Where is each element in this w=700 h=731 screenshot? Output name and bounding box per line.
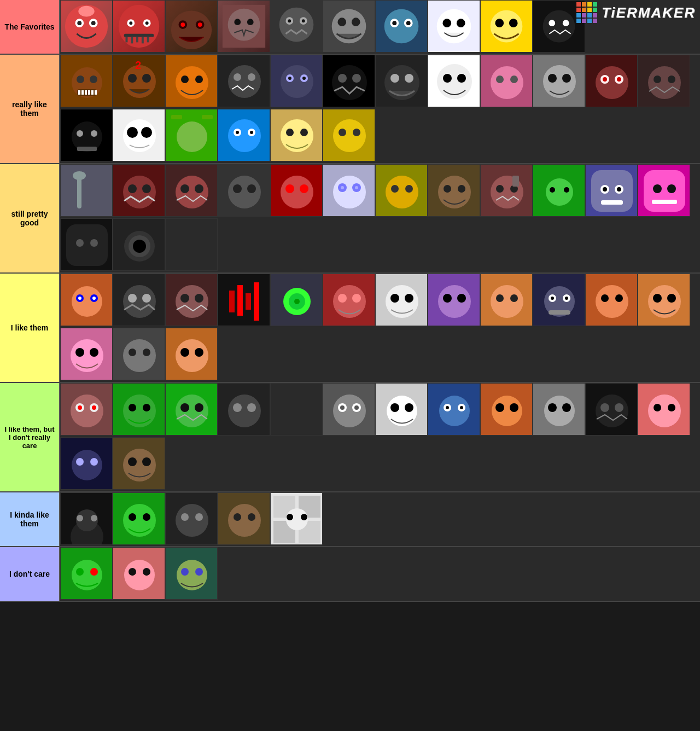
tier-item — [60, 109, 113, 161]
svg-point-121 — [127, 127, 138, 138]
tier-item — [638, 55, 690, 107]
tier-item — [270, 109, 323, 161]
svg-point-280 — [176, 394, 208, 427]
svg-point-77 — [248, 73, 255, 81]
svg-rect-64 — [95, 90, 97, 95]
tier-item — [165, 383, 218, 436]
svg-point-40 — [392, 21, 396, 25]
svg-rect-194 — [652, 200, 677, 204]
svg-point-357 — [124, 560, 155, 590]
svg-point-48 — [495, 19, 504, 27]
svg-point-284 — [228, 394, 261, 427]
svg-point-259 — [75, 348, 84, 357]
svg-point-326 — [142, 457, 151, 466]
svg-point-320 — [72, 450, 102, 480]
tier-item — [270, 0, 323, 53]
svg-point-359 — [143, 568, 150, 576]
svg-point-228 — [338, 294, 347, 303]
svg-point-180 — [546, 178, 573, 206]
svg-point-157 — [281, 176, 313, 208]
svg-point-308 — [544, 396, 575, 426]
svg-point-312 — [596, 394, 628, 427]
svg-point-93 — [437, 64, 472, 99]
tier-item — [428, 164, 480, 217]
svg-rect-221 — [254, 282, 259, 321]
svg-point-288 — [333, 394, 366, 427]
tier-item — [375, 274, 428, 326]
svg-point-109 — [617, 77, 621, 82]
tier-item — [218, 164, 270, 217]
svg-point-343 — [248, 513, 255, 521]
svg-point-306 — [510, 403, 518, 412]
svg-point-339 — [195, 513, 203, 521]
svg-point-165 — [355, 186, 358, 189]
svg-point-225 — [294, 299, 300, 304]
tier-row-still-pretty-good: still pretty good — [0, 164, 700, 274]
tier-item — [323, 109, 375, 161]
svg-point-149 — [176, 176, 208, 208]
svg-point-30 — [288, 19, 291, 22]
svg-point-251 — [601, 294, 609, 302]
svg-point-158 — [285, 184, 294, 193]
tier-item — [323, 274, 375, 326]
svg-point-317 — [654, 404, 661, 411]
svg-point-254 — [648, 285, 681, 318]
svg-point-73 — [195, 76, 203, 83]
svg-point-260 — [90, 348, 98, 357]
tier-item — [218, 383, 270, 436]
svg-point-255 — [653, 294, 662, 303]
tier-item — [60, 164, 113, 217]
svg-point-20 — [180, 22, 185, 27]
tier-item — [270, 383, 323, 436]
svg-rect-184 — [591, 170, 633, 212]
tier-item — [533, 164, 585, 217]
svg-point-325 — [128, 457, 137, 466]
tier-item — [165, 0, 218, 53]
tier-items-i-like-them — [60, 274, 700, 382]
svg-point-86 — [338, 74, 347, 83]
svg-rect-126 — [202, 115, 213, 119]
svg-point-102 — [548, 74, 557, 83]
svg-rect-219 — [237, 285, 243, 316]
tier-item — [480, 164, 533, 217]
tier-row-i-dont-care: I don't care — [0, 547, 700, 602]
svg-point-67 — [128, 74, 137, 83]
tier-items-i-dont-care — [60, 547, 700, 601]
svg-point-124 — [177, 121, 207, 152]
svg-rect-217 — [218, 274, 270, 326]
svg-point-112 — [654, 76, 661, 83]
svg-rect-59 — [78, 90, 80, 95]
tier-items-still-pretty-good — [60, 164, 700, 272]
svg-point-105 — [596, 66, 628, 99]
tier-item — [323, 383, 375, 436]
svg-point-21 — [198, 22, 202, 27]
svg-point-335 — [143, 513, 150, 521]
tier-row-really-like: really like them 2 — [0, 55, 700, 164]
tier-item — [533, 55, 585, 107]
svg-point-214 — [176, 285, 208, 318]
tier-item — [165, 109, 218, 161]
svg-point-193 — [667, 184, 676, 193]
svg-point-192 — [653, 184, 662, 193]
svg-rect-116 — [77, 147, 97, 151]
svg-point-10 — [145, 21, 149, 25]
svg-point-334 — [129, 513, 136, 521]
svg-point-286 — [247, 403, 256, 412]
svg-point-167 — [386, 176, 418, 208]
tier-item — [323, 164, 375, 217]
svg-point-150 — [180, 184, 189, 193]
svg-point-176 — [496, 185, 504, 193]
tier-item — [638, 383, 690, 436]
svg-point-75 — [228, 65, 261, 98]
svg-point-236 — [443, 294, 452, 303]
svg-rect-61 — [85, 90, 87, 95]
svg-point-51 — [543, 10, 575, 43]
tier-item — [113, 109, 165, 161]
svg-text:2: 2 — [135, 59, 141, 71]
svg-point-49 — [509, 19, 518, 27]
svg-point-35 — [352, 18, 360, 26]
svg-point-296 — [405, 403, 413, 412]
svg-point-17 — [171, 11, 212, 50]
svg-point-232 — [390, 294, 399, 303]
tier-item — [375, 383, 428, 436]
